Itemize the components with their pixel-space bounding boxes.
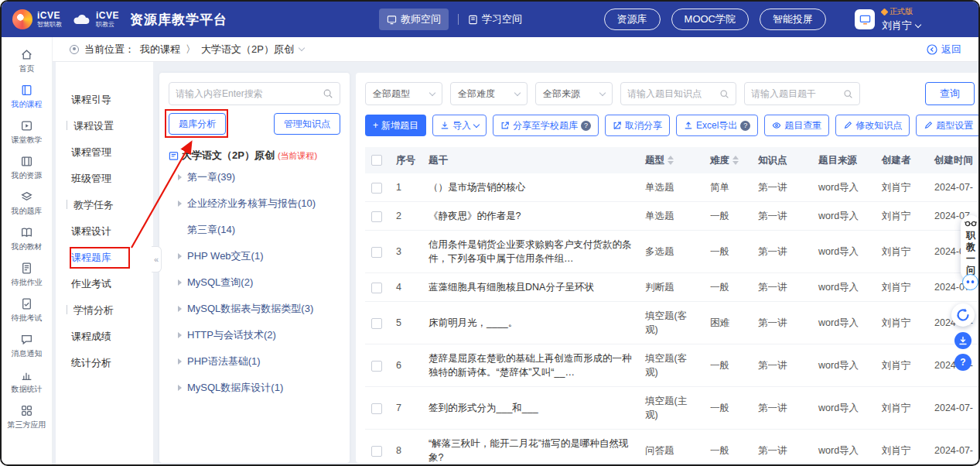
monitor-icon [859, 14, 871, 26]
question-type-settings-button[interactable]: 题型设置 [916, 115, 980, 136]
source-select[interactable]: 全部来源 [535, 82, 613, 105]
section-divider [67, 305, 67, 314]
assistant-robot-button[interactable] [951, 303, 975, 327]
help-float-button[interactable]: ? [954, 354, 971, 371]
col-source: 题目来源 [812, 147, 876, 173]
tree-node-chapter1[interactable]: 第一章(39) [169, 164, 340, 190]
tree-node-mysql-datatypes[interactable]: MySQL数据表与数据类型(3) [169, 296, 340, 322]
import-button[interactable]: 导入 [432, 115, 487, 136]
duplicate-check-button[interactable]: 题目查重 [764, 115, 829, 136]
course-switch-caret-icon[interactable] [299, 45, 305, 51]
rail-item-classroom[interactable]: 课堂教学 [2, 115, 52, 150]
stem-input[interactable] [751, 88, 840, 99]
tree-course-root[interactable]: 大学语文（2P）原创 (当前课程) [169, 147, 340, 164]
sidebar-collapse-handle[interactable]: « [152, 246, 162, 272]
menu-item-course-grades[interactable]: 课程成绩 [56, 324, 153, 350]
chevron-down-icon [599, 89, 606, 95]
knowledge-point-input[interactable] [627, 88, 716, 99]
icve-zhihuizhijiao-logo[interactable]: iCVE 智慧职教 [12, 9, 62, 29]
row-checkbox[interactable] [371, 211, 382, 222]
refresh-robot-icon [955, 307, 971, 323]
rail-item-exams-to-review[interactable]: 待批考试 [2, 293, 52, 328]
menu-item-course-question-bank[interactable]: 课程题库 [56, 245, 153, 271]
menu-item-homework-exam[interactable]: 作业考试 [56, 271, 153, 297]
bar-chart-icon [20, 368, 33, 382]
course-icon [169, 151, 179, 161]
course-menu-sidebar: 课程引导 课程设置 课程管理 班级管理 教学任务 课程设计 课程题库 作业考试 … [56, 62, 153, 464]
row-checkbox[interactable] [371, 446, 382, 457]
menu-item-statistics[interactable]: 统计分析 [56, 350, 153, 376]
tree-node-mysql-design[interactable]: MySQL数据库设计(1) [169, 375, 340, 401]
manage-knowledge-points-button[interactable]: 管理知识点 [274, 113, 340, 135]
rail-item-data-stats[interactable]: 数据统计 [2, 364, 52, 399]
screen-cast-icon[interactable] [855, 9, 875, 29]
icve-zhijiaoyun-logo[interactable]: iCVE 职教云 [73, 11, 119, 28]
difficulty-select[interactable]: 全部难度 [450, 82, 528, 105]
logo-primary-name: iCVE [37, 11, 62, 20]
col-difficulty[interactable]: 难度 [704, 147, 752, 173]
row-checkbox[interactable] [371, 403, 382, 414]
row-checkbox[interactable] [371, 283, 382, 293]
excel-export-button[interactable]: Excel导出 ? [676, 115, 758, 136]
question-type-select[interactable]: 全部题型 [365, 82, 442, 105]
caret-right-icon [178, 200, 182, 207]
question-list-panel: 全部题型 全部难度 全部来源 [356, 73, 980, 463]
tree-node-mysql-query[interactable]: MySQL查询(2) [169, 269, 340, 296]
tree-node-chapter3[interactable]: 第三章(14) [169, 217, 340, 243]
cancel-share-button[interactable]: 取消分享 [605, 115, 670, 136]
rail-item-my-courses[interactable]: 我的课程 [2, 79, 52, 115]
teacher-space-button[interactable]: 教师空间 [379, 9, 449, 30]
rail-item-messages[interactable]: 消息通知 [2, 328, 52, 364]
rail-item-my-resources[interactable]: 我的资源 [2, 150, 52, 186]
tree-node-http-session[interactable]: HTTP与会话技术(2) [169, 322, 340, 348]
tree-node-php-syntax[interactable]: PHP语法基础(1) [169, 348, 340, 375]
breadcrumb-current-course[interactable]: 大学语文（2P）原创 [201, 43, 294, 57]
zhijiao-assistant-widget[interactable]: 职教一问 [961, 215, 980, 281]
search-icon [719, 89, 729, 99]
question-stem: 楚辞是屈原在楚歌的基础上再创造而形成的一种独特的新诗体。“楚辞体”又叫“__… [422, 344, 639, 387]
rail-item-third-party-apps[interactable]: 第三方应用 [2, 399, 52, 435]
menu-item-course-guide[interactable]: 课程引导 [56, 87, 153, 113]
mascot-robot-icon[interactable] [962, 274, 978, 290]
query-button[interactable]: 查询 [925, 82, 975, 105]
rail-item-homework-to-review[interactable]: 待批作业 [2, 257, 52, 293]
row-checkbox[interactable] [371, 183, 382, 194]
menu-item-course-management[interactable]: 课程管理 [56, 139, 153, 166]
section-divider [67, 121, 67, 130]
caret-right-icon [178, 306, 182, 312]
smart-cast-button[interactable]: 智能投屏 [760, 9, 826, 30]
breadcrumb-my-courses[interactable]: 我的课程 [140, 43, 180, 57]
tree-node-php-web[interactable]: PHP Web交互(1) [169, 243, 340, 269]
share-to-school-bank-button[interactable]: 分享至学校题库 ? [493, 115, 599, 136]
platform-title: 资源库教学平台 [130, 11, 227, 29]
question-stem: 《静夜思》的作者是? [422, 202, 639, 231]
tree-node-business-accounting[interactable]: 企业经济业务核算与报告(10) [169, 190, 340, 217]
pencil-icon [924, 121, 933, 130]
select-all-checkbox[interactable] [371, 155, 382, 166]
question-table-wrap: 序号 题干 题型 难度 知识点 题目来源 创建者 创建时间 1 （）是市场营销 [365, 147, 980, 466]
question-bank-analysis-button[interactable]: 题库分析 [169, 113, 226, 135]
back-button[interactable]: 返回 [927, 43, 961, 57]
rail-item-my-question-bank[interactable]: 我的题库 [2, 186, 52, 221]
rail-item-my-textbooks[interactable]: 我的教材 [2, 221, 52, 257]
logo-secondary-sub: 职教云 [96, 22, 119, 28]
menu-item-course-design[interactable]: 课程设计 [56, 218, 153, 245]
help-badge-icon[interactable]: ? [581, 121, 591, 131]
student-space-button[interactable]: 学习空间 [468, 12, 522, 26]
download-float-button[interactable] [954, 332, 971, 349]
edit-knowledge-points-button[interactable]: 修改知识点 [835, 115, 910, 136]
col-type[interactable]: 题型 [639, 147, 704, 173]
sort-icon[interactable] [668, 156, 674, 165]
row-checkbox[interactable] [371, 318, 382, 329]
row-checkbox[interactable] [371, 361, 382, 372]
row-checkbox[interactable] [371, 247, 382, 258]
menu-item-class-management[interactable]: 班级管理 [56, 166, 153, 192]
tree-search-input[interactable] [176, 88, 318, 99]
help-badge-icon[interactable]: ? [740, 121, 750, 131]
user-menu[interactable]: 刘肖宁 [882, 19, 920, 33]
resource-library-button[interactable]: 资源库 [604, 9, 661, 30]
rail-item-home[interactable]: 首页 [2, 43, 52, 79]
add-question-button[interactable]: + 新增题目 [365, 115, 426, 136]
mooc-academy-button[interactable]: MOOC学院 [671, 9, 749, 30]
sort-icon[interactable] [732, 156, 739, 165]
